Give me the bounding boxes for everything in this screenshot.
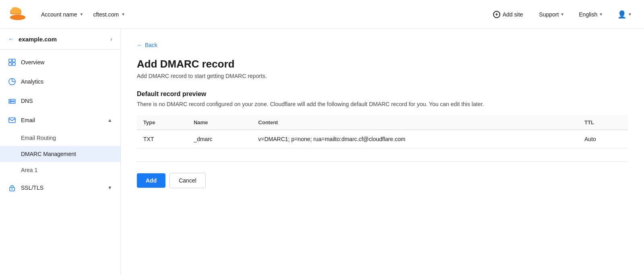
action-row: Add Cancel: [137, 173, 628, 188]
sidebar-item-label: Email: [21, 117, 103, 123]
svg-rect-5: [12, 63, 15, 66]
svg-point-0: [10, 14, 25, 20]
page-subtitle: Add DMARC record to start getting DMARC …: [137, 73, 628, 79]
cell-content: v=DMARC1; p=none; rua=mailto:dmarc.cf@cl…: [252, 130, 578, 148]
svg-rect-2: [9, 59, 12, 62]
cancel-button[interactable]: Cancel: [169, 173, 206, 188]
sidebar-item-email[interactable]: Email ▲: [0, 111, 120, 130]
logo[interactable]: CLOUDFLARE: [8, 5, 27, 24]
sidebar-item-analytics[interactable]: Analytics: [0, 72, 120, 91]
sidebar-back-button[interactable]: ←: [8, 35, 14, 43]
main-layout: ← example.com › Overview: [0, 29, 644, 275]
dns-icon: [8, 97, 16, 105]
language-button[interactable]: English ▼: [575, 9, 607, 20]
svg-rect-11: [9, 118, 15, 123]
col-name: Name: [187, 115, 252, 130]
svg-rect-7: [9, 99, 15, 101]
domain-chevron-icon: ▼: [121, 12, 125, 16]
ssl-expand-icon: ▼: [107, 185, 112, 191]
email-icon: [8, 116, 16, 124]
cell-name: _dmarc: [187, 130, 252, 148]
svg-point-8: [10, 100, 11, 101]
svg-point-13: [12, 189, 13, 190]
sidebar-forward-icon: ›: [110, 36, 112, 42]
section-divider: [137, 161, 628, 162]
user-menu-button[interactable]: 👤 ▼: [613, 8, 636, 21]
overview-icon: [8, 58, 16, 66]
ssl-icon: [8, 184, 16, 192]
sidebar-site-name: example.com: [19, 36, 106, 43]
svg-rect-3: [12, 59, 15, 62]
plus-icon: +: [493, 11, 500, 18]
col-content: Content: [252, 115, 578, 130]
svg-point-10: [10, 102, 11, 103]
language-chevron-icon: ▼: [599, 12, 603, 16]
email-submenu: Email Routing DMARC Management Area 1: [0, 130, 120, 178]
nav-right-actions: + Add site Support ▼ English ▼ 👤 ▼: [487, 8, 636, 21]
email-expand-icon: ▲: [107, 117, 112, 123]
sidebar-item-dns[interactable]: DNS: [0, 91, 120, 111]
top-navigation: CLOUDFLARE Account name ▼ cftest.com ▼ +…: [0, 0, 644, 29]
support-button[interactable]: Support ▼: [535, 9, 568, 20]
sidebar-item-ssl-tls[interactable]: SSL/TLS ▼: [0, 178, 120, 197]
sidebar-item-label: Analytics: [21, 78, 112, 85]
sidebar: ← example.com › Overview: [0, 29, 121, 275]
sidebar-item-email-routing[interactable]: Email Routing: [0, 130, 120, 146]
section-title: Default record preview: [137, 90, 628, 98]
svg-text:CLOUDFLARE: CLOUDFLARE: [10, 20, 25, 22]
account-name-dropdown[interactable]: Account name ▼: [37, 9, 87, 20]
add-button[interactable]: Add: [137, 173, 165, 188]
table-body: TXT _dmarc v=DMARC1; p=none; rua=mailto:…: [137, 130, 628, 148]
support-chevron-icon: ▼: [560, 12, 564, 16]
user-icon: 👤: [617, 10, 626, 19]
sidebar-item-label: Overview: [21, 59, 112, 66]
svg-rect-4: [9, 63, 12, 66]
cell-ttl: Auto: [578, 130, 628, 148]
back-button[interactable]: ← Back: [137, 42, 157, 48]
analytics-icon: [8, 78, 16, 86]
cell-type: TXT: [137, 130, 187, 148]
sidebar-nav: Overview Analytics: [0, 49, 120, 201]
sidebar-item-overview[interactable]: Overview: [0, 53, 120, 72]
sidebar-header: ← example.com ›: [0, 29, 120, 49]
account-chevron-icon: ▼: [80, 12, 84, 16]
sidebar-item-label: SSL/TLS: [21, 185, 103, 191]
page-title: Add DMARC record: [137, 58, 628, 70]
col-type: Type: [137, 115, 187, 130]
col-ttl: TTL: [578, 115, 628, 130]
sidebar-item-area1[interactable]: Area 1: [0, 162, 120, 178]
table-row: TXT _dmarc v=DMARC1; p=none; rua=mailto:…: [137, 130, 628, 148]
table-header: Type Name Content TTL: [137, 115, 628, 130]
add-site-button[interactable]: + Add site: [487, 8, 529, 21]
back-arrow-icon: ←: [137, 42, 142, 48]
svg-rect-9: [9, 102, 15, 103]
record-table: Type Name Content TTL TXT _dmarc v=DMARC…: [137, 115, 628, 148]
domain-dropdown[interactable]: cftest.com ▼: [89, 9, 129, 20]
main-content: ← Back Add DMARC record Add DMARC record…: [121, 29, 644, 275]
sidebar-item-dmarc-management[interactable]: DMARC Management: [0, 146, 120, 162]
nav-breadcrumbs: Account name ▼ cftest.com ▼: [37, 9, 487, 20]
sidebar-item-label: DNS: [21, 98, 112, 104]
section-desc: There is no DMARC record configured on y…: [137, 101, 628, 107]
user-chevron-icon: ▼: [628, 12, 632, 16]
